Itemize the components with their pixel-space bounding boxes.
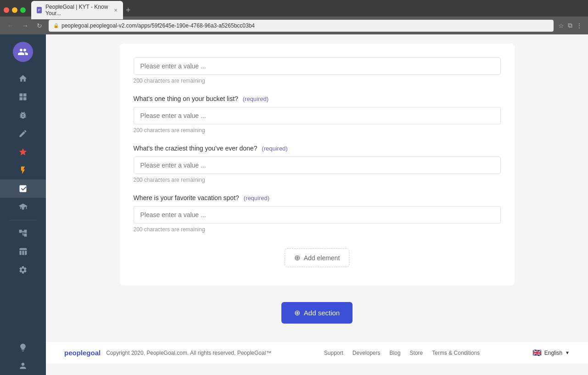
footer-link-support[interactable]: Support	[324, 350, 343, 356]
form-field-4: Where is your favorite vacation spot? (r…	[134, 194, 501, 233]
sidebar-item-settings[interactable]	[0, 261, 46, 279]
menu-button[interactable]: ⋮	[576, 22, 582, 29]
form-field-2: What's one thing on your bucket list? (r…	[134, 95, 501, 134]
footer-language[interactable]: 🇬🇧 English ▼	[532, 348, 570, 357]
plus-circle-icon: ⊕	[294, 253, 300, 262]
footer: peoplegoal Copyright 2020, PeopleGoal.co…	[46, 342, 588, 364]
field-2-required: (required)	[243, 95, 269, 102]
tab-favicon: P	[37, 7, 42, 13]
field-4-hint: 200 characters are remaining	[134, 226, 501, 233]
close-traffic-light[interactable]	[4, 7, 9, 13]
sidebar-item-person[interactable]	[18, 357, 28, 375]
sidebar-item-edit[interactable]	[0, 124, 46, 143]
add-section-container: ⊕ Add section	[120, 293, 515, 333]
footer-link-terms[interactable]: Terms & Conditions	[432, 350, 480, 356]
field-4-required: (required)	[244, 195, 269, 201]
field-4-label: Where is your favorite vacation spot? (r…	[134, 194, 501, 201]
field-3-label: What's the craziest thing you've ever do…	[134, 145, 501, 152]
tab-close-button[interactable]: ✕	[114, 8, 118, 13]
plus-circle-icon-section: ⊕	[294, 308, 300, 317]
browser-chrome: P PeopleGoal | KYT - Know Your... ✕ + ← …	[0, 0, 588, 34]
sidebar-item-asterisk[interactable]	[0, 179, 46, 198]
sidebar-item-star[interactable]	[0, 143, 46, 161]
add-element-button[interactable]: ⊕ Add element	[285, 248, 350, 267]
refresh-button[interactable]: ↻	[35, 20, 44, 31]
form-section: 200 characters are remaining What's one …	[120, 44, 515, 285]
bookmark-button[interactable]: ☆	[558, 22, 564, 29]
footer-link-store[interactable]: Store	[410, 350, 423, 356]
lock-icon: 🔒	[53, 23, 59, 28]
chevron-down-icon: ▼	[565, 350, 570, 355]
maximize-traffic-light[interactable]	[20, 7, 26, 13]
sidebar	[0, 34, 46, 375]
language-label: English	[544, 350, 562, 356]
sidebar-item-table[interactable]	[0, 242, 46, 261]
forward-button[interactable]: →	[20, 20, 30, 31]
active-tab[interactable]: P PeopleGoal | KYT - Know Your... ✕	[31, 1, 123, 19]
form-field-3: What's the craziest thing you've ever do…	[134, 145, 501, 183]
main-content: 200 characters are remaining What's one …	[46, 34, 588, 375]
url-text: peoplegoal.peoplegoal-v2.com/apps/59f264…	[62, 22, 255, 29]
new-tab-button[interactable]: +	[126, 6, 131, 15]
field-3-required: (required)	[262, 145, 287, 152]
sidebar-item-home[interactable]	[0, 69, 46, 88]
sidebar-item-bolt[interactable]	[0, 161, 46, 179]
back-button[interactable]: ←	[6, 20, 16, 31]
field-1-input[interactable]	[134, 57, 501, 75]
field-1-hint: 200 characters are remaining	[134, 78, 501, 84]
footer-logo: peoplegoal	[64, 349, 101, 357]
footer-copyright: Copyright 2020, PeopleGoal.com. All righ…	[106, 350, 271, 356]
field-3-hint: 200 characters are remaining	[134, 177, 501, 183]
url-bar[interactable]: 🔒 peoplegoal.peoplegoal-v2.com/apps/59f2…	[49, 20, 554, 32]
field-2-label: What's one thing on your bucket list? (r…	[134, 95, 501, 102]
footer-links: Support Developers Blog Store Terms & Co…	[324, 350, 480, 356]
sidebar-item-grid[interactable]	[0, 88, 46, 106]
field-2-input[interactable]	[134, 107, 501, 124]
sidebar-item-org[interactable]	[0, 224, 46, 242]
footer-link-blog[interactable]: Blog	[390, 350, 401, 356]
sidebar-divider	[9, 220, 37, 220]
traffic-lights	[4, 7, 26, 13]
field-4-input[interactable]	[134, 206, 501, 224]
flag-icon: 🇬🇧	[532, 348, 542, 357]
add-section-button[interactable]: ⊕ Add section	[281, 302, 353, 324]
sidebar-item-bug[interactable]	[0, 106, 46, 124]
minimize-traffic-light[interactable]	[12, 7, 17, 13]
sidebar-item-graduation[interactable]	[0, 198, 46, 216]
field-2-hint: 200 characters are remaining	[134, 127, 501, 134]
footer-link-developers[interactable]: Developers	[353, 350, 381, 356]
field-3-input[interactable]	[134, 157, 501, 174]
tab-title: PeopleGoal | KYT - Know Your...	[45, 4, 108, 17]
extensions-button[interactable]: ⧉	[568, 22, 572, 29]
form-field-1: 200 characters are remaining	[134, 57, 501, 84]
avatar[interactable]	[13, 42, 33, 62]
sidebar-item-bulb[interactable]	[18, 338, 28, 357]
